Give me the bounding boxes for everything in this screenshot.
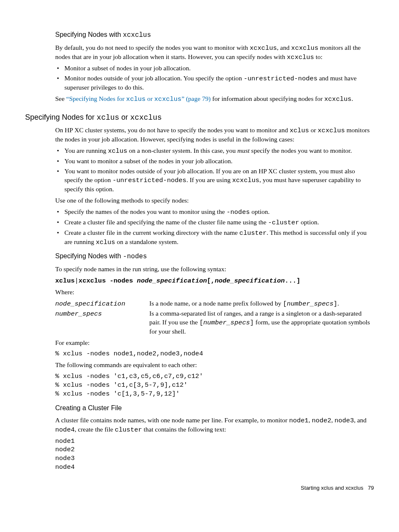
text: or bbox=[309, 126, 318, 134]
text: or bbox=[146, 95, 154, 102]
definition-row: number_specs Is a comma-separated list o… bbox=[55, 309, 374, 336]
paragraph: On HP XC cluster systems, you do not hav… bbox=[55, 126, 374, 144]
code-block: node1 node2 node3 node4 bbox=[55, 437, 374, 472]
text: The following commands are equivalent to… bbox=[55, 361, 197, 368]
footer-text: Starting xclus and xcxclus bbox=[301, 485, 363, 491]
page-footer: Starting xclus and xcxclus 79 bbox=[25, 484, 374, 492]
text: , and bbox=[277, 44, 291, 51]
bullet-list: Monitor a subset of nodes in your job al… bbox=[55, 64, 374, 92]
text: ” (page 79) bbox=[182, 95, 211, 102]
code-block: % xclus -nodes node1,node2,node3,node4 bbox=[55, 350, 374, 358]
paragraph: The following commands are equivalent to… bbox=[55, 361, 374, 370]
code: xclus bbox=[289, 127, 309, 134]
text: on a non-cluster system. In this case, y… bbox=[127, 147, 237, 154]
text: For example: bbox=[55, 339, 90, 346]
text: to: bbox=[314, 53, 322, 60]
text: Create a cluster file and specifying the… bbox=[64, 218, 268, 226]
text: specify the nodes you want to monitor. bbox=[250, 147, 352, 154]
text: , bbox=[331, 416, 335, 424]
subsection-heading: Creating a Cluster File bbox=[55, 403, 374, 413]
heading-code: xcxclus bbox=[130, 113, 162, 122]
heading-text: Creating a Cluster File bbox=[55, 404, 122, 411]
text: To specify node names in the run string,… bbox=[55, 265, 226, 272]
text: You are running bbox=[64, 147, 108, 154]
text: “Specifying Nodes for bbox=[66, 95, 126, 102]
text: option. bbox=[250, 208, 269, 215]
code: node_specification bbox=[137, 277, 207, 285]
paragraph: By default, you do not need to specify t… bbox=[55, 44, 374, 62]
code: cluster bbox=[239, 229, 266, 237]
text: , create the file bbox=[75, 426, 115, 433]
heading-text: Specifying Nodes with bbox=[55, 252, 123, 260]
text: See bbox=[55, 95, 66, 102]
text: A cluster file contains node names, with… bbox=[55, 416, 289, 424]
term: node_specification bbox=[55, 300, 125, 308]
syntax-line: xclus|xcxclus -nodes node_specification[… bbox=[55, 276, 374, 285]
code: -nodes bbox=[226, 208, 250, 216]
code: [ bbox=[283, 300, 286, 308]
heading-code: xcxclus bbox=[123, 31, 151, 39]
list-item: Monitor a subset of nodes in your job al… bbox=[55, 64, 374, 73]
paragraph: To specify node names in the run string,… bbox=[55, 265, 374, 274]
paragraph: See “Specifying Nodes for xclus or xcxcl… bbox=[55, 95, 374, 104]
list-item: You want to monitor a subset of the node… bbox=[55, 157, 374, 166]
paragraph: Where: bbox=[55, 288, 374, 297]
text: Where: bbox=[55, 288, 74, 296]
code: ] bbox=[333, 300, 337, 308]
text: Specify the names of the nodes you want … bbox=[64, 208, 226, 215]
code: node1 bbox=[289, 417, 309, 424]
bullet-list: You are running xclus on a non-cluster s… bbox=[55, 146, 374, 194]
subsection-heading: Specifying Nodes with xcxclus bbox=[55, 30, 374, 40]
text: . bbox=[338, 300, 339, 307]
list-item: Create a cluster file in the current wor… bbox=[55, 229, 374, 247]
cross-reference-link[interactable]: “Specifying Nodes for xclus or xcxclus” … bbox=[66, 95, 210, 102]
code: cluster bbox=[115, 426, 142, 434]
text: On HP XC cluster systems, you do not hav… bbox=[55, 126, 289, 134]
paragraph: For example: bbox=[55, 339, 374, 347]
heading-text: Specifying Nodes with bbox=[55, 31, 123, 38]
text: Create a cluster file in the current wor… bbox=[64, 229, 239, 236]
code: | bbox=[75, 277, 79, 285]
text: that contains the following text: bbox=[142, 426, 226, 433]
code: xcxclus bbox=[232, 177, 259, 184]
bullet-list: Specify the names of the nodes you want … bbox=[55, 208, 374, 247]
definition: Is a comma-separated list of ranges, and… bbox=[149, 309, 374, 336]
subsection-heading: Specifying Nodes with -nodes bbox=[55, 252, 374, 262]
code: node2 bbox=[312, 417, 331, 424]
term: number_specs bbox=[55, 310, 102, 318]
code: node4 bbox=[55, 426, 75, 434]
code: -unrestricted-nodes bbox=[243, 75, 317, 82]
list-item: Specify the names of the nodes you want … bbox=[55, 208, 374, 217]
code: [, bbox=[207, 277, 215, 285]
code: xclus bbox=[55, 277, 75, 285]
text: for information about specifying nodes f… bbox=[211, 95, 325, 102]
code: xcxclus bbox=[318, 127, 345, 134]
text: By default, you do not need to specify t… bbox=[55, 44, 250, 51]
page-number: 79 bbox=[368, 485, 374, 491]
text: . bbox=[351, 95, 353, 102]
code: -unrestricted-nodes bbox=[113, 177, 187, 184]
list-item: Create a cluster file and specifying the… bbox=[55, 218, 374, 227]
text: option. bbox=[299, 218, 319, 226]
code: node_specification bbox=[215, 277, 284, 285]
text: on a standalone system. bbox=[115, 238, 178, 245]
definition-row: node_specification Is a node name, or a … bbox=[55, 299, 374, 308]
heading-code: xclus bbox=[97, 113, 119, 122]
paragraph: A cluster file contains node names, with… bbox=[55, 416, 374, 434]
definition: Is a node name, or a node name prefix fo… bbox=[149, 299, 374, 308]
list-item: Monitor nodes outside of your job alloca… bbox=[55, 74, 374, 92]
text: , and bbox=[354, 416, 366, 424]
list-item: You want to monitor nodes outside of you… bbox=[55, 167, 374, 194]
code: xclus bbox=[108, 147, 128, 155]
code-block: % xclus -nodes 'c1,c3,c5,c6,c7,c9,c12' %… bbox=[55, 372, 374, 398]
code: xcxclus bbox=[324, 95, 351, 103]
code: xcxclus bbox=[250, 44, 277, 52]
code: [ bbox=[200, 319, 203, 326]
text: Monitor a subset of nodes in your job al… bbox=[64, 64, 191, 72]
code: number_specs bbox=[203, 319, 250, 326]
code: xcxclus -nodes bbox=[79, 277, 137, 285]
emphasis: must bbox=[237, 147, 249, 154]
code: ...] bbox=[285, 277, 300, 285]
heading-code: -nodes bbox=[123, 253, 147, 260]
text: Monitor nodes outside of your job alloca… bbox=[64, 75, 243, 82]
